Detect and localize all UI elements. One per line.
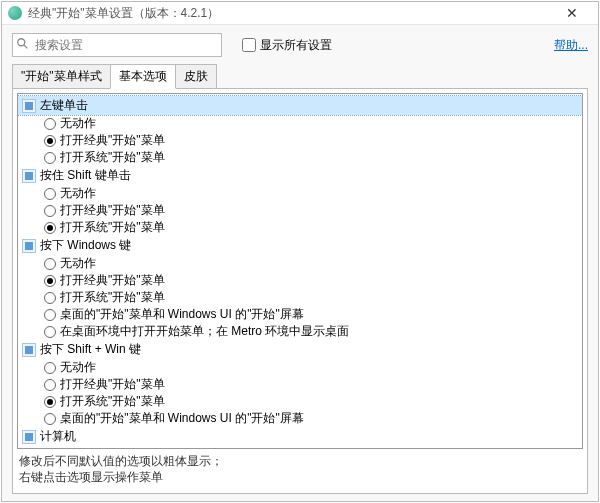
hint-text: 修改后不同默认值的选项以粗体显示； 右键点击选项显示操作菜单 [17,449,583,489]
search-input[interactable] [12,33,222,57]
radio-option[interactable]: 桌面的"开始"菜单和 Windows UI 的"开始"屏幕 [18,410,582,427]
svg-point-0 [18,39,25,46]
radio-option[interactable]: 打开系统"开始"菜单 [18,289,582,306]
group-label: 计算机 [40,428,76,445]
tab[interactable]: 皮肤 [175,64,217,89]
option-label: 打开系统"开始"菜单 [60,393,165,410]
group-icon [22,430,36,444]
help-link[interactable]: 帮助... [554,37,588,54]
radio-icon [44,205,56,217]
radio-option[interactable]: 打开经典"开始"菜单 [18,272,582,289]
option-label: 桌面的"开始"菜单和 Windows UI 的"开始"屏幕 [60,410,304,427]
group-icon [22,343,36,357]
option-label: 桌面的"开始"菜单和 Windows UI 的"开始"屏幕 [60,306,304,323]
group-icon [22,239,36,253]
radio-option[interactable]: 无动作 [18,359,582,376]
group-label: 按住 Shift 键单击 [40,167,131,184]
option-label: 打开经典"开始"菜单 [60,376,165,393]
radio-icon [44,396,56,408]
option-label: 无动作 [60,185,96,202]
group-label: 按下 Shift + Win 键 [40,341,141,358]
search-field[interactable] [12,33,222,57]
radio-icon [44,275,56,287]
radio-icon [44,309,56,321]
radio-icon [44,258,56,270]
options-tree[interactable]: 左键单击无动作打开经典"开始"菜单打开系统"开始"菜单按住 Shift 键单击无… [17,93,583,449]
group-header[interactable]: 按住 Shift 键单击 [18,166,582,185]
option-label: 打开系统"开始"菜单 [60,289,165,306]
option-label: 打开经典"开始"菜单 [60,272,165,289]
option-label: 打开系统"开始"菜单 [60,149,165,166]
option-label: 打开系统"开始"菜单 [60,219,165,236]
radio-icon [44,152,56,164]
window-title: 经典"开始"菜单设置（版本：4.2.1） [28,5,552,22]
radio-icon [44,362,56,374]
group-icon [22,99,36,113]
group-header[interactable]: 计算机 [18,427,582,446]
radio-icon [44,188,56,200]
group-label: 左键单击 [40,97,88,114]
radio-option[interactable]: 在桌面环境中打开开始菜单；在 Metro 环境中显示桌面 [18,323,582,340]
radio-option[interactable]: 打开经典"开始"菜单 [18,132,582,149]
radio-option[interactable]: 无动作 [18,115,582,132]
radio-option[interactable]: 打开系统"开始"菜单 [18,219,582,236]
radio-option[interactable]: 打开经典"开始"菜单 [18,202,582,219]
titlebar: 经典"开始"菜单设置（版本：4.2.1） ✕ [2,2,598,25]
app-icon [8,6,22,20]
radio-icon [44,326,56,338]
search-icon [16,37,30,51]
radio-icon [44,135,56,147]
svg-line-1 [24,45,28,49]
group-label: 按下 Windows 键 [40,237,131,254]
tab[interactable]: "开始"菜单样式 [12,64,111,89]
option-label: 在桌面环境中打开开始菜单；在 Metro 环境中显示桌面 [60,323,349,340]
close-button[interactable]: ✕ [552,2,592,24]
radio-option[interactable]: 打开经典"开始"菜单 [18,376,582,393]
option-label: 无动作 [60,255,96,272]
group-icon [22,169,36,183]
radio-option[interactable]: 无动作 [18,185,582,202]
group-header[interactable]: 按下 Windows 键 [18,236,582,255]
radio-icon [44,222,56,234]
radio-icon [44,413,56,425]
show-all-label: 显示所有设置 [260,37,332,54]
tab[interactable]: 基本选项 [110,64,176,89]
group-header[interactable]: 左键单击 [18,96,582,115]
radio-option[interactable]: 打开系统"开始"菜单 [18,393,582,410]
radio-option[interactable]: 打开系统"开始"菜单 [18,149,582,166]
radio-option[interactable]: 桌面的"开始"菜单和 Windows UI 的"开始"屏幕 [18,306,582,323]
radio-icon [44,292,56,304]
radio-icon [44,379,56,391]
option-label: 无动作 [60,359,96,376]
option-label: 打开经典"开始"菜单 [60,202,165,219]
group-header[interactable]: 按下 Shift + Win 键 [18,340,582,359]
option-label: 无动作 [60,115,96,132]
radio-option[interactable]: 无动作 [18,255,582,272]
radio-icon [44,118,56,130]
show-all-checkbox[interactable]: 显示所有设置 [242,37,332,54]
option-label: 打开经典"开始"菜单 [60,132,165,149]
tab-bar: "开始"菜单样式基本选项皮肤 [2,64,598,89]
